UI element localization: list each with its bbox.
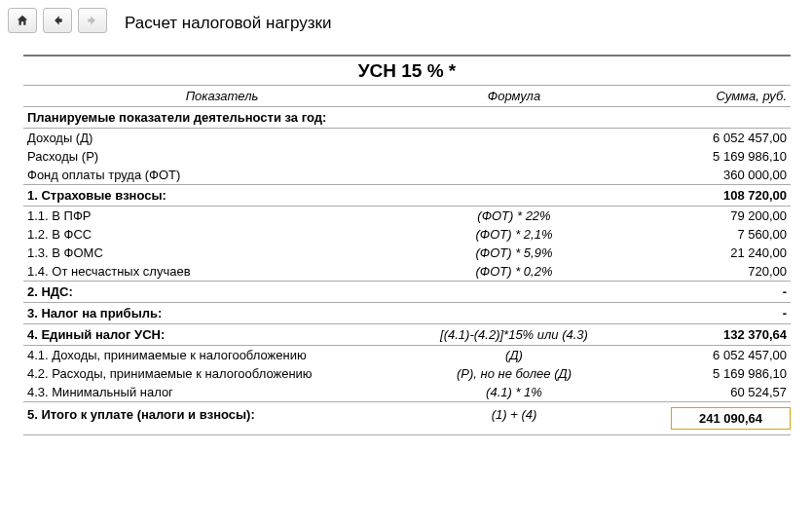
data-row: 4.3. Минимальный налог (4.1) * 1% 60 524… — [23, 383, 791, 401]
row-sum: 360 000,00 — [611, 168, 787, 182]
col-formula: Формула — [417, 89, 611, 103]
row-sum: 79 200,00 — [611, 208, 787, 223]
row-sum: 60 524,57 — [611, 385, 787, 399]
row-label: 1.1. В ПФР — [27, 208, 417, 223]
row-formula — [417, 149, 611, 164]
data-row: 1.2. В ФСС (ФОТ) * 2,1% 7 560,00 — [23, 225, 791, 244]
row-formula: (Р), но не более (Д) — [417, 366, 611, 381]
row-sum: 6 052 457,00 — [611, 131, 787, 145]
row-formula: (ФОТ) * 5,9% — [417, 245, 611, 260]
row-sum: 5 169 986,10 — [611, 149, 787, 164]
data-row: Доходы (Д) 6 052 457,00 — [23, 129, 791, 147]
row-sum: 21 240,00 — [611, 245, 787, 260]
section-plan-header: Планируемые показатели деятельности за г… — [23, 107, 791, 129]
data-row: 4.1. Доходы, принимаемые к налогообложен… — [23, 346, 791, 364]
row-formula: (ФОТ) * 22% — [417, 208, 611, 223]
row-formula: (ФОТ) * 0,2% — [417, 264, 611, 279]
section-5-total: 5. Итого к уплате (налоги и взносы): (1)… — [23, 401, 791, 435]
section-2: 2. НДС: - — [23, 281, 791, 303]
section-sum: 132 370,64 — [611, 327, 787, 342]
section-label: 3. Налог на прибыль: — [27, 306, 417, 320]
section-label: 4. Единый налог УСН: — [27, 327, 417, 342]
data-row: Расходы (Р) 5 169 986,10 — [23, 147, 791, 166]
section-sum: - — [611, 306, 787, 320]
section-1: 1. Страховые взносы: 108 720,00 — [23, 184, 791, 207]
row-label: 1.3. В ФОМС — [27, 245, 417, 260]
row-sum: 720,00 — [611, 264, 787, 279]
row-formula: (Д) — [417, 348, 611, 362]
row-sum: 5 169 986,10 — [611, 366, 787, 381]
row-label: 1.4. От несчастных случаев — [27, 264, 417, 279]
row-label: 4.1. Доходы, принимаемые к налогообложен… — [27, 348, 417, 362]
arrow-right-icon — [86, 14, 99, 27]
report-body: УСН 15 % * Показатель Формула Сумма, руб… — [23, 55, 791, 435]
row-label: Доходы (Д) — [27, 131, 417, 145]
section-formula: (1) + (4) — [417, 407, 611, 430]
total-highlight: 241 090,64 — [671, 407, 791, 430]
row-formula: (4.1) * 1% — [417, 385, 611, 399]
section-sum: - — [611, 284, 787, 299]
data-row: 4.2. Расходы, принимаемые к налогообложе… — [23, 364, 791, 383]
row-label: 4.2. Расходы, принимаемые к налогообложе… — [27, 366, 417, 381]
section-label: 5. Итого к уплате (налоги и взносы): — [27, 407, 417, 430]
back-button[interactable] — [43, 8, 72, 33]
section-label: 1. Страховые взносы: — [27, 188, 417, 203]
row-label: Расходы (Р) — [27, 149, 417, 164]
home-icon — [16, 14, 29, 27]
col-sum: Сумма, руб. — [611, 89, 787, 103]
row-formula — [417, 131, 611, 145]
col-indicator: Показатель — [27, 89, 417, 103]
row-formula — [417, 168, 611, 182]
plan-header-label: Планируемые показатели деятельности за г… — [27, 110, 417, 125]
data-row: 1.1. В ПФР (ФОТ) * 22% 79 200,00 — [23, 207, 791, 225]
section-label: 2. НДС: — [27, 284, 417, 299]
forward-button[interactable] — [78, 8, 107, 33]
section-formula: [(4.1)-(4.2)]*15% или (4.3) — [417, 327, 611, 342]
row-sum: 6 052 457,00 — [611, 348, 787, 362]
column-headers: Показатель Формула Сумма, руб. — [23, 86, 791, 107]
data-row: 1.3. В ФОМС (ФОТ) * 5,9% 21 240,00 — [23, 244, 791, 262]
row-sum: 7 560,00 — [611, 227, 787, 242]
arrow-left-icon — [51, 14, 64, 27]
row-formula: (ФОТ) * 2,1% — [417, 227, 611, 242]
section-sum: 108 720,00 — [611, 188, 787, 203]
row-label: Фонд оплаты труда (ФОТ) — [27, 168, 417, 182]
row-label: 4.3. Минимальный налог — [27, 385, 417, 399]
page-title: Расчет налоговой нагрузки — [125, 14, 804, 33]
section-4: 4. Единый налог УСН: [(4.1)-(4.2)]*15% и… — [23, 324, 791, 346]
report-heading: УСН 15 % * — [23, 55, 791, 86]
data-row: 1.4. От несчастных случаев (ФОТ) * 0,2% … — [23, 262, 791, 281]
data-row: Фонд оплаты труда (ФОТ) 360 000,00 — [23, 166, 791, 184]
row-label: 1.2. В ФСС — [27, 227, 417, 242]
home-button[interactable] — [8, 8, 37, 33]
section-sum: 241 090,64 — [611, 407, 787, 430]
section-3: 3. Налог на прибыль: - — [23, 303, 791, 324]
